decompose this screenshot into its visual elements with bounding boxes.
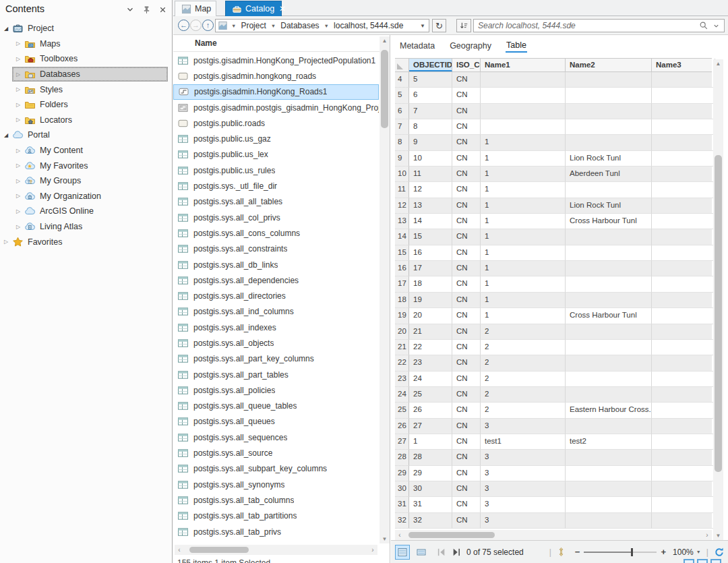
search-icon[interactable]	[699, 21, 708, 30]
caret-expanded-icon[interactable]: ◢	[3, 26, 9, 32]
catalog-item[interactable]: postgis.sys.all_source	[173, 445, 379, 461]
scroll-up-icon[interactable]: ▲	[380, 38, 390, 44]
caret-collapsed-icon[interactable]: ▷	[15, 86, 22, 92]
catalog-item[interactable]: postgis.sys.all_indexes	[173, 320, 379, 335]
table-row[interactable]: 1920CN1Cross Harbour Tunl	[395, 308, 712, 324]
chevron-down-icon[interactable]: ▼	[321, 23, 332, 29]
catalog-item[interactable]: postgis.sys.all_tab_columns	[173, 492, 379, 508]
row-number-cell[interactable]: 31	[395, 497, 409, 512]
table-row[interactable]: 3232CN3	[395, 513, 712, 529]
browser-horizontal-scrollbar[interactable]: ‹ ›	[175, 545, 377, 555]
catalog-item[interactable]: postgis.gisadmin.HongKong_ProjectedPopul…	[173, 53, 379, 68]
catalog-item[interactable]: postgis.public.us_gaz	[173, 131, 379, 146]
scroll-right-icon[interactable]: ›	[368, 546, 377, 554]
table-row[interactable]: 1718CN1	[395, 276, 712, 292]
caret-collapsed-icon[interactable]: ▷	[15, 71, 22, 78]
table-row[interactable]: 78CN	[395, 119, 712, 135]
breadcrumb-connection[interactable]: localhost, 5444.sde	[332, 21, 404, 30]
row-number-cell[interactable]: 7	[395, 119, 409, 135]
scroll-right-icon[interactable]: ›	[702, 531, 712, 539]
row-number-cell[interactable]: 28	[395, 450, 409, 465]
row-number-cell[interactable]: 20	[395, 324, 409, 340]
caret-expanded-icon[interactable]: ◢	[3, 132, 9, 138]
catalog-item[interactable]: postgis.sys.all_queues	[173, 414, 379, 429]
location-thumb-icon[interactable]	[218, 21, 228, 30]
catalog-item[interactable]: postgis.sys.all_subpart_key_columns	[173, 461, 379, 477]
table-row[interactable]: 2021CN2	[395, 324, 712, 340]
scroll-left-icon[interactable]: ‹	[395, 531, 404, 539]
table-row[interactable]: 2223CN2	[395, 355, 712, 371]
catalog-item[interactable]: postgis.public.roads	[173, 115, 379, 131]
caret-collapsed-icon[interactable]: ▷	[15, 56, 22, 62]
scroll-down-icon[interactable]: ▼	[713, 533, 723, 539]
catalog-item[interactable]: postgis.sys.all_synonyms	[173, 477, 379, 492]
catalog-item[interactable]: postgis.sys.all_dependencies	[173, 272, 379, 288]
column-header-name3[interactable]: Name3	[652, 59, 715, 71]
pin-icon[interactable]	[141, 4, 152, 15]
forward-button[interactable]: →	[190, 20, 202, 31]
table-horizontal-scrollbar[interactable]: ‹ ›	[395, 530, 712, 540]
caret-collapsed-icon[interactable]: ▷	[15, 148, 22, 154]
table-row[interactable]: 1819CN1	[395, 293, 712, 308]
column-header-objectid[interactable]: OBJECTID *	[409, 59, 452, 71]
table-row[interactable]: 1213CN1Lion Rock Tunl	[395, 198, 712, 214]
pane-menu-chevron-icon[interactable]	[125, 4, 135, 15]
table-row[interactable]: 1516CN1	[395, 245, 712, 261]
row-height-icon[interactable]	[557, 547, 566, 557]
catalog-item[interactable]: postgis.sys.all_queue_tables	[173, 398, 379, 414]
row-number-cell[interactable]: 4	[395, 72, 409, 88]
tab-metadata[interactable]: Metadata	[399, 40, 435, 52]
table-row[interactable]: 2122CN2	[395, 340, 712, 355]
row-number-cell[interactable]: 19	[395, 308, 409, 324]
tree-item-maps[interactable]: ▷Maps	[0, 36, 171, 52]
catalog-item[interactable]: postgis.sys.all_all_tables	[173, 194, 379, 210]
caret-collapsed-icon[interactable]: ▷	[15, 102, 22, 108]
tree-item-folders[interactable]: ▷Folders	[0, 97, 171, 113]
table-row[interactable]: 1112CN1	[395, 182, 712, 198]
table-row[interactable]: 271CNtest1test2	[395, 434, 712, 450]
catalog-item[interactable]: postgis.sys.all_tab_privs	[173, 524, 379, 539]
catalog-item[interactable]: postgis.sys.all_tab_partitions	[173, 508, 379, 524]
show-all-records-button[interactable]	[395, 545, 410, 560]
catalog-item[interactable]: postgis.sys.all_part_tables	[173, 367, 379, 382]
column-header-name1[interactable]: Name1	[481, 59, 566, 71]
view-toggle-buttons-clipped[interactable]	[684, 559, 721, 563]
table-row[interactable]: 1011CN1Aberdeen Tunl	[395, 167, 712, 182]
breadcrumb-project[interactable]: Project	[239, 21, 267, 30]
catalog-item[interactable]: postgis.sys._utl_file_dir	[173, 178, 379, 194]
tree-item-portal[interactable]: ◢Portal	[0, 127, 171, 143]
zoom-slider[interactable]	[584, 552, 657, 553]
row-number-cell[interactable]: 16	[395, 261, 409, 276]
tree-item-my-content[interactable]: ▷My Content	[0, 143, 171, 158]
caret-collapsed-icon[interactable]: ▷	[15, 117, 22, 123]
row-number-cell[interactable]: 9	[395, 151, 409, 167]
scroll-down-icon[interactable]: ▼	[380, 536, 390, 542]
caret-collapsed-icon[interactable]: ▷	[15, 208, 22, 214]
table-row[interactable]: 45CN	[395, 72, 712, 88]
show-selected-records-button[interactable]	[414, 545, 429, 560]
scrollbar-thumb[interactable]	[189, 547, 249, 553]
first-record-icon[interactable]	[437, 548, 446, 556]
scroll-left-icon[interactable]: ‹	[175, 546, 184, 554]
table-row[interactable]: 1415CN1	[395, 229, 712, 245]
row-number-cell[interactable]: 10	[395, 167, 409, 182]
scrollbar-thumb[interactable]	[381, 50, 388, 128]
table-vertical-scrollbar[interactable]: ▲ ▼	[713, 59, 723, 540]
row-number-cell[interactable]: 29	[395, 466, 409, 481]
table-row[interactable]: 2324CN2	[395, 372, 712, 387]
scrollbar-thumb[interactable]	[715, 155, 722, 472]
catalog-item[interactable]: postgis.gisadmin.hongkong_roads	[173, 68, 379, 84]
caret-collapsed-icon[interactable]: ▷	[15, 224, 22, 230]
tree-item-styles[interactable]: ▷Styles	[0, 82, 171, 97]
table-row[interactable]: 2828CN3	[395, 450, 712, 465]
row-number-cell[interactable]: 14	[395, 229, 409, 245]
tree-item-my-favorites[interactable]: ▷My Favorites	[0, 158, 171, 173]
row-number-cell[interactable]: 13	[395, 214, 409, 229]
row-number-cell[interactable]: 17	[395, 276, 409, 292]
column-header-iso-cc[interactable]: ISO_CC	[452, 59, 481, 71]
row-number-cell[interactable]: 6	[395, 104, 409, 119]
table-row[interactable]: 2526CN2Eastern Harbour Cross...	[395, 403, 712, 418]
select-all-corner[interactable]	[395, 59, 409, 71]
catalog-item[interactable]: postgis.sys.all_directories	[173, 288, 379, 303]
tab-table[interactable]: Table	[506, 39, 527, 53]
